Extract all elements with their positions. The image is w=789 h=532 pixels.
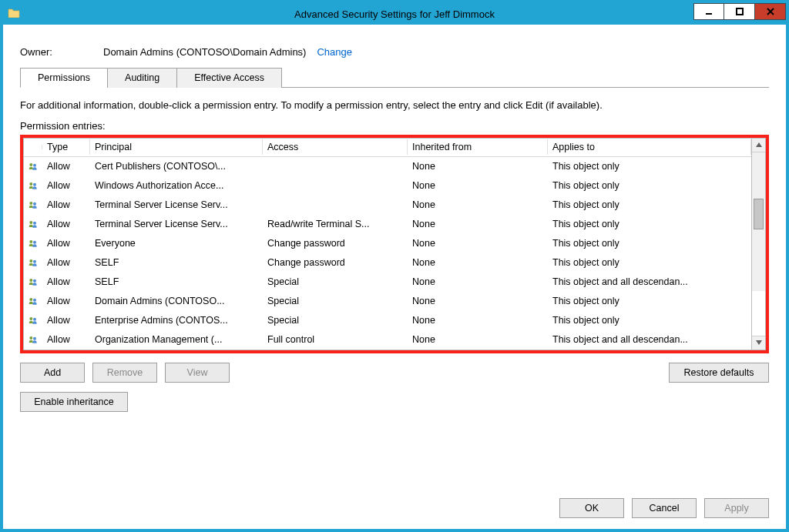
svg-point-19 <box>33 318 36 321</box>
cell-access: Change password <box>263 257 408 268</box>
group-icon <box>24 199 42 210</box>
view-button[interactable]: View <box>165 363 230 383</box>
cell-applies: This object only <box>548 238 751 249</box>
column-inherited[interactable]: Inherited from <box>408 139 548 155</box>
cell-type: Allow <box>42 219 90 229</box>
svg-point-2 <box>29 163 32 166</box>
title-bar[interactable]: Advanced Security Settings for Jeff Dimm… <box>3 3 786 25</box>
cell-type: Allow <box>42 296 90 306</box>
svg-rect-1 <box>737 8 743 15</box>
ok-button[interactable]: OK <box>559 498 624 518</box>
close-button[interactable] <box>755 3 786 20</box>
cell-access: Special <box>263 315 408 326</box>
cell-inherited: None <box>408 238 548 249</box>
apply-button[interactable]: Apply <box>704 498 769 518</box>
scroll-thumb[interactable] <box>754 199 764 229</box>
cell-inherited: None <box>408 219 548 229</box>
cell-inherited: None <box>408 161 548 172</box>
tab-auditing[interactable]: Auditing <box>107 68 177 88</box>
cell-inherited: None <box>408 180 548 191</box>
cell-type: Allow <box>42 257 90 268</box>
cell-inherited: None <box>408 276 548 287</box>
svg-point-16 <box>29 298 32 301</box>
group-icon <box>24 315 42 326</box>
svg-point-3 <box>33 164 36 167</box>
table-row[interactable]: AllowCert Publishers (CONTOSO\...NoneThi… <box>24 157 751 176</box>
cell-type: Allow <box>42 315 90 326</box>
svg-point-13 <box>33 260 36 263</box>
tab-permissions[interactable]: Permissions <box>20 68 108 88</box>
cell-access: Change password <box>263 238 408 249</box>
cell-principal: Domain Admins (CONTOSO... <box>90 296 263 306</box>
svg-point-5 <box>33 183 36 186</box>
scroll-up-button[interactable] <box>752 139 765 152</box>
window-controls <box>693 3 786 20</box>
svg-point-12 <box>29 259 32 263</box>
group-icon <box>24 257 42 268</box>
table-row[interactable]: AllowSELFSpecialNoneThis object and all … <box>24 273 751 292</box>
table-row[interactable]: AllowEnterprise Admins (CONTOS...Special… <box>24 311 751 330</box>
cell-applies: This object only <box>548 296 751 306</box>
column-principal[interactable]: Principal <box>90 139 263 155</box>
table-row[interactable]: AllowTerminal Server License Serv...None… <box>24 196 751 215</box>
security-settings-window: Advanced Security Settings for Jeff Dimm… <box>0 0 789 532</box>
column-applies[interactable]: Applies to <box>548 139 751 155</box>
cell-access: Full control <box>263 334 408 345</box>
entries-label: Permission entries: <box>20 120 769 132</box>
table-row[interactable]: AllowEveryoneChange passwordNoneThis obj… <box>24 234 751 253</box>
svg-point-14 <box>29 279 32 282</box>
cell-type: Allow <box>42 180 90 191</box>
svg-point-7 <box>33 202 36 206</box>
cell-principal: SELF <box>90 257 263 268</box>
table-row[interactable]: AllowWindows Authorization Acce...NoneTh… <box>24 176 751 196</box>
cell-inherited: None <box>408 296 548 306</box>
cell-inherited: None <box>408 315 548 326</box>
cell-principal: Terminal Server License Serv... <box>90 219 263 229</box>
cell-principal: SELF <box>90 276 263 287</box>
change-owner-link[interactable]: Change <box>317 46 352 58</box>
cell-principal: Windows Authorization Acce... <box>90 180 263 191</box>
cell-applies: This object only <box>548 315 751 326</box>
table-row[interactable]: AllowSELFChange passwordNoneThis object … <box>24 253 751 273</box>
column-access[interactable]: Access <box>263 139 408 155</box>
maximize-button[interactable] <box>724 3 755 20</box>
table-row[interactable]: AllowDomain Admins (CONTOSO...SpecialNon… <box>24 292 751 311</box>
svg-point-8 <box>29 221 32 224</box>
svg-point-20 <box>29 336 32 340</box>
cell-applies: This object only <box>548 161 751 172</box>
table-row[interactable]: AllowOrganization Management (...Full co… <box>24 330 751 350</box>
cell-type: Allow <box>42 199 90 210</box>
cell-principal: Terminal Server License Serv... <box>90 199 263 210</box>
add-button[interactable]: Add <box>20 363 85 383</box>
cancel-button[interactable]: Cancel <box>632 498 697 518</box>
cell-principal: Everyone <box>90 238 263 249</box>
cell-inherited: None <box>408 334 548 345</box>
vertical-scrollbar[interactable] <box>752 138 766 350</box>
restore-defaults-button[interactable]: Restore defaults <box>669 363 769 383</box>
svg-point-9 <box>33 222 36 225</box>
group-icon <box>24 334 42 345</box>
table-row[interactable]: AllowTerminal Server License Serv...Read… <box>24 215 751 234</box>
cell-applies: This object only <box>548 257 751 268</box>
group-icon <box>24 276 42 287</box>
cell-type: Allow <box>42 334 90 345</box>
scroll-track[interactable] <box>752 152 765 336</box>
cell-inherited: None <box>408 257 548 268</box>
permission-entries-table: Type Principal Access Inherited from App… <box>20 135 769 353</box>
group-icon <box>24 219 42 229</box>
svg-point-4 <box>29 182 32 186</box>
enable-inheritance-button[interactable]: Enable inheritance <box>20 392 128 412</box>
tab-effective-access[interactable]: Effective Access <box>176 68 282 88</box>
entry-buttons: Add Remove View Restore defaults <box>20 363 769 383</box>
column-type[interactable]: Type <box>42 139 90 155</box>
cell-principal: Organization Management (... <box>90 334 263 345</box>
remove-button[interactable]: Remove <box>92 363 157 383</box>
scroll-down-button[interactable] <box>752 336 765 350</box>
svg-point-6 <box>29 202 32 205</box>
group-icon <box>24 238 42 249</box>
group-icon <box>24 161 42 172</box>
column-icon[interactable] <box>24 145 42 149</box>
minimize-button[interactable] <box>693 3 724 20</box>
svg-point-21 <box>33 337 36 340</box>
content-area: Owner: Domain Admins (CONTOSO\Domain Adm… <box>3 25 786 529</box>
